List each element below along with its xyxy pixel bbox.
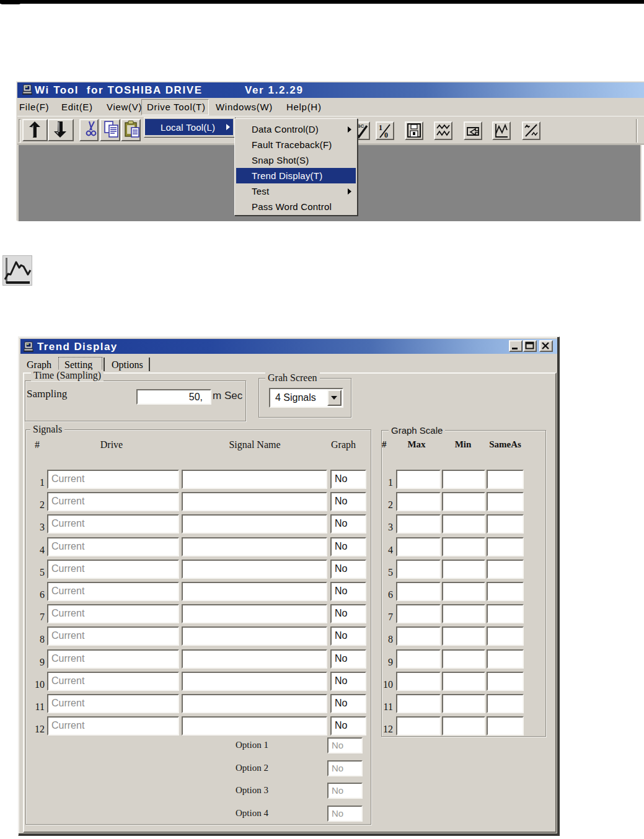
svg-text:1: 1 (379, 123, 382, 132)
